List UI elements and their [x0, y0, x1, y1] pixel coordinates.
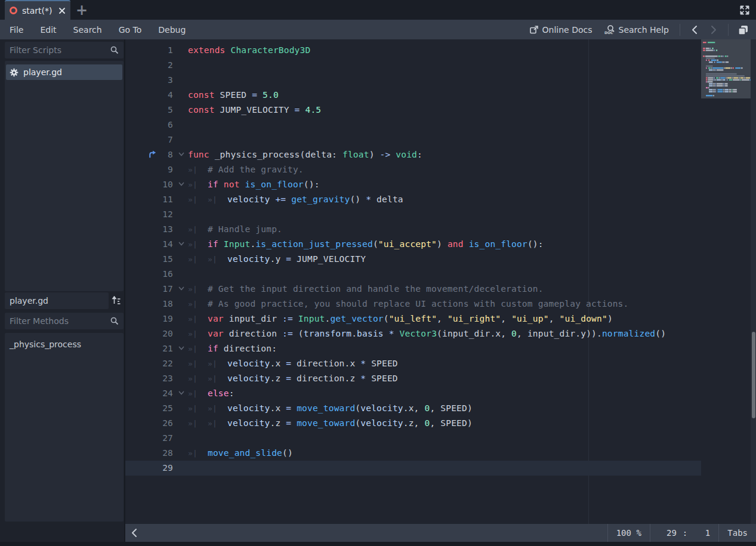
script-path-field[interactable]: [10, 296, 104, 306]
code-text: »|»|velocity.y = JUMP_VELOCITY: [188, 252, 366, 267]
code-line[interactable]: 1extends CharacterBody3D: [125, 43, 701, 58]
tab-close-icon[interactable]: [58, 7, 66, 14]
tab-indent-marker: »|: [188, 177, 208, 192]
tab-indent-marker: »|: [188, 162, 208, 177]
line-number: 22: [125, 356, 173, 371]
script-path-box: [5, 292, 109, 309]
tab-bar: start(*) +: [0, 0, 756, 20]
tab-indent-marker: »|: [188, 386, 208, 401]
tab-indent-marker: »|: [188, 222, 208, 237]
code-text: »|# Handle jump.: [188, 222, 282, 237]
code-text: const JUMP_VELOCITY = 4.5: [188, 103, 321, 118]
code-line[interactable]: 22»|»|velocity.x = direction.x * SPEED: [125, 356, 701, 371]
line-number: 8: [125, 147, 173, 162]
line-number: 6: [125, 118, 173, 132]
menu-file[interactable]: File: [1, 20, 32, 39]
menu-edit[interactable]: Edit: [32, 20, 64, 39]
code-line[interactable]: 11»|»|velocity += get_gravity() * delta: [125, 192, 701, 207]
code-text: »|else:: [188, 386, 234, 401]
code-line[interactable]: 13»|# Handle jump.: [125, 222, 701, 237]
collapse-panel-button[interactable]: [125, 524, 143, 542]
code-line[interactable]: 20»|var direction := (transform.basis * …: [125, 326, 701, 341]
code-editor[interactable]: 1extends CharacterBody3D234const SPEED =…: [125, 39, 701, 524]
tab-indent-marker: »|: [188, 311, 208, 326]
line-number: 27: [125, 431, 173, 446]
menu-debug[interactable]: Debug: [150, 20, 194, 39]
menu-search[interactable]: Search: [65, 20, 110, 39]
fold-arrow-icon[interactable]: [178, 345, 185, 352]
filter-methods-input[interactable]: [10, 316, 110, 326]
code-line[interactable]: 12: [125, 207, 701, 222]
code-line[interactable]: 24»|else:: [125, 386, 701, 401]
code-line[interactable]: 23»|»|velocity.z = direction.z * SPEED: [125, 371, 701, 386]
scrollbar-handle[interactable]: [752, 332, 755, 418]
tab-indent-marker: »|: [208, 192, 227, 207]
fold-arrow-icon[interactable]: [178, 285, 185, 292]
script-panel-toggle-icon[interactable]: [736, 23, 750, 37]
code-line[interactable]: 15»|»|velocity.y = JUMP_VELOCITY: [125, 252, 701, 267]
menu-bar: FileEditSearchGo ToDebug Online Docs DOC…: [0, 20, 756, 39]
code-line[interactable]: 2: [125, 58, 701, 73]
code-line[interactable]: 5const JUMP_VELOCITY = 4.5: [125, 103, 701, 118]
fold-arrow-icon[interactable]: [178, 151, 185, 158]
fold-arrow-icon[interactable]: [178, 181, 185, 188]
svg-text:DOC: DOC: [604, 30, 613, 35]
code-line[interactable]: 6: [125, 118, 701, 132]
line-number: 25: [125, 401, 173, 416]
code-line[interactable]: 19»|var input_dir := Input.get_vector("u…: [125, 311, 701, 326]
scripts-list: player.gd: [5, 61, 124, 291]
search-help-button[interactable]: DOC Search Help: [601, 24, 672, 35]
code-line[interactable]: 28»|move_and_slide(): [125, 446, 701, 461]
scripts-sidebar: player.gd _physics_process: [0, 39, 124, 542]
vertical-scrollbar[interactable]: [751, 39, 756, 524]
history-back-button[interactable]: [687, 23, 702, 37]
line-number: 16: [125, 267, 173, 282]
tab-indent-marker: »|: [188, 297, 208, 311]
line-number: 5: [125, 103, 173, 118]
code-line[interactable]: 29: [125, 461, 701, 476]
code-line[interactable]: 14»|if Input.is_action_just_pressed("ui_…: [125, 237, 701, 252]
code-text: »|if direction:: [188, 341, 277, 356]
code-line[interactable]: 18»|# As good practice, you should repla…: [125, 297, 701, 311]
line-number: 13: [125, 222, 173, 237]
code-line[interactable]: 16: [125, 267, 701, 282]
filter-scripts-box: [5, 42, 124, 58]
code-line[interactable]: 8func _physics_process(delta: float) -> …: [125, 147, 701, 162]
history-forward-button[interactable]: [706, 23, 721, 37]
tab-indent-marker: »|: [208, 401, 227, 416]
zoom-level[interactable]: 100 %: [607, 524, 650, 542]
code-text: »|# Add the gravity.: [188, 162, 304, 177]
method-item-_physics_process[interactable]: _physics_process: [6, 337, 122, 352]
code-line[interactable]: 3: [125, 73, 701, 88]
tab-indent-marker: »|: [188, 401, 208, 416]
code-line[interactable]: 21»|if direction:: [125, 341, 701, 356]
search-doc-icon: DOC: [604, 24, 615, 35]
fold-arrow-icon[interactable]: [178, 390, 185, 397]
code-line[interactable]: 4const SPEED = 5.0: [125, 88, 701, 103]
online-docs-button[interactable]: Online Docs: [526, 25, 596, 35]
script-tab-start[interactable]: start(*): [5, 0, 70, 20]
tab-indent-marker: »|: [188, 252, 208, 267]
minimap[interactable]: [701, 39, 751, 524]
status-bar: 100 % 29 : 1 Tabs: [125, 524, 756, 542]
line-number: 2: [125, 58, 173, 73]
code-line[interactable]: 27: [125, 431, 701, 446]
new-tab-button[interactable]: +: [73, 1, 91, 19]
search-icon: [110, 46, 119, 54]
search-icon: [110, 317, 119, 325]
code-line[interactable]: 7: [125, 132, 701, 147]
menu-go-to[interactable]: Go To: [110, 20, 150, 39]
code-line[interactable]: 26»|»|velocity.z = move_toward(velocity.…: [125, 416, 701, 431]
code-line[interactable]: 25»|»|velocity.x = move_toward(velocity.…: [125, 401, 701, 416]
filter-scripts-input[interactable]: [10, 45, 110, 55]
script-item-player.gd[interactable]: player.gd: [6, 64, 122, 80]
line-number: 21: [125, 341, 173, 356]
indent-mode[interactable]: Tabs: [718, 524, 756, 542]
line-number: 29: [125, 461, 173, 476]
sort-methods-button[interactable]: [109, 292, 124, 309]
code-line[interactable]: 9»|# Add the gravity.: [125, 162, 701, 177]
fold-arrow-icon[interactable]: [178, 240, 185, 248]
code-line[interactable]: 10»|if not is_on_floor():: [125, 177, 701, 192]
fullscreen-icon[interactable]: [738, 4, 751, 17]
code-line[interactable]: 17»|# Get the input direction and handle…: [125, 282, 701, 297]
